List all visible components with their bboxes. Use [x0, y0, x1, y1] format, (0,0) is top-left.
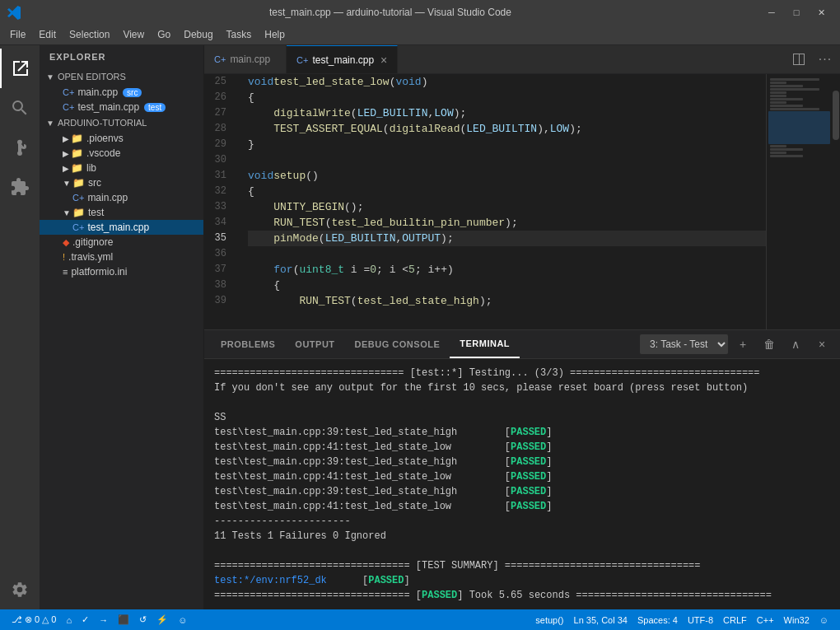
menu-view[interactable]: View: [116, 25, 151, 44]
line-26: 26: [204, 90, 233, 105]
project-section[interactable]: ▼ ARDUINO-TUTORIAL: [40, 114, 203, 131]
status-trash[interactable]: ⬛: [113, 609, 134, 630]
status-encoding[interactable]: UTF-8: [683, 615, 718, 625]
activity-settings[interactable]: [0, 570, 40, 609]
status-language[interactable]: C++: [752, 615, 779, 625]
menu-debug[interactable]: Debug: [177, 25, 219, 44]
tree-test[interactable]: ▼ 📁 test: [40, 205, 203, 220]
tree-vscode[interactable]: ▶ 📁 .vscode: [40, 146, 203, 161]
tree-travis[interactable]: ! .travis.yml: [40, 250, 203, 264]
cpp-icon: C+: [72, 193, 84, 203]
tab-problems[interactable]: PROBLEMS: [211, 330, 285, 358]
line-25: 25: [204, 74, 233, 90]
activity-extensions[interactable]: [0, 167, 40, 207]
code-line-26: {: [248, 90, 766, 105]
tab-test-main-cpp[interactable]: C+ test_main.cpp ×: [287, 45, 398, 73]
maximize-button[interactable]: □: [784, 0, 809, 25]
activity-source-control[interactable]: [0, 128, 40, 167]
tab-output[interactable]: OUTPUT: [285, 330, 344, 358]
project-label: ARDUINO-TUTORIAL: [58, 118, 147, 128]
tree-label-gitignore: .gitignore: [72, 236, 113, 248]
open-editor-main-cpp[interactable]: C+ main.cpp src: [40, 85, 203, 100]
terminal-content[interactable]: ================================ [test::…: [204, 359, 840, 609]
open-editors-chevron: ▼: [46, 72, 54, 82]
tree-gitignore[interactable]: ◆ .gitignore: [40, 235, 203, 250]
menu-go[interactable]: Go: [151, 25, 177, 44]
code-line-27: digitalWrite(LED_BUILTIN, LOW);: [248, 105, 766, 121]
status-smiley[interactable]: ☺: [814, 615, 833, 625]
status-function[interactable]: setup(): [530, 615, 568, 625]
terminal-line-8: test\test_main.cpp:41:test_led_state_low…: [214, 469, 830, 484]
line-28: 28: [204, 121, 233, 137]
terminal-line-15: test:*/env:nrf52_dk [PASSED]: [214, 573, 830, 588]
kill-terminal-button[interactable]: 🗑: [758, 333, 781, 356]
status-spaces[interactable]: Spaces: 4: [632, 615, 683, 625]
line-27: 27: [204, 105, 233, 121]
menubar: File Edit Selection View Go Debug Tasks …: [0, 25, 840, 45]
menu-file[interactable]: File: [3, 25, 32, 44]
close-button[interactable]: ✕: [809, 0, 833, 25]
editor-scroll-thumb[interactable]: [833, 91, 839, 140]
tab-debug-console[interactable]: DEBUG CONSOLE: [345, 330, 450, 358]
status-refresh[interactable]: ↺: [134, 609, 152, 630]
line-32: 32: [204, 184, 233, 199]
tree-main-cpp[interactable]: C+ main.cpp: [40, 190, 203, 205]
status-line-col[interactable]: Ln 35, Col 34: [569, 615, 632, 625]
menu-selection[interactable]: Selection: [63, 25, 116, 44]
tree-platformio[interactable]: ≡ platformio.ini: [40, 264, 203, 279]
line-39: 39: [204, 293, 233, 309]
code-line-35: pinMode(LED_BUILTIN, OUTPUT);: [248, 231, 766, 246]
tree-lib[interactable]: ▶ 📁 lib: [40, 161, 203, 175]
code-line-25: void test_led_state_low(void): [248, 74, 766, 90]
line-37: 37: [204, 262, 233, 278]
window-title: test_main.cpp — arduino-tutorial — Visua…: [21, 7, 759, 18]
maximize-panel-button[interactable]: ∧: [784, 333, 807, 356]
status-check[interactable]: ✓: [77, 609, 94, 630]
folder-icon-4: 📁: [72, 177, 85, 189]
menu-tasks[interactable]: Tasks: [220, 25, 259, 44]
split-editor-button[interactable]: [787, 48, 810, 71]
activity-explorer[interactable]: [0, 49, 40, 88]
code-content[interactable]: void test_led_state_low(void) { digitalW…: [241, 74, 766, 329]
tree-label-lib: lib: [86, 162, 96, 174]
editor-scrollbar[interactable]: [832, 74, 840, 329]
status-smile[interactable]: ☺: [173, 609, 192, 630]
code-editor[interactable]: 25 26 27 28 29 30 31 32 33 34 35 36 37 3…: [204, 74, 840, 329]
terminal-dropdown[interactable]: 3: Task - Test: [640, 334, 728, 354]
menu-help[interactable]: Help: [258, 25, 292, 44]
add-terminal-button[interactable]: +: [731, 333, 754, 356]
code-line-36: [248, 246, 766, 262]
cpp-icon-2: C+: [72, 222, 84, 232]
cpp-file-icon-2: C+: [63, 102, 74, 112]
code-line-32: {: [248, 184, 766, 199]
panel-actions: 3: Task - Test + 🗑 ∧ ×: [640, 333, 833, 356]
status-home[interactable]: ⌂: [61, 609, 77, 630]
close-panel-button[interactable]: ×: [810, 333, 833, 356]
line-38: 38: [204, 278, 233, 293]
window-controls: ─ □ ✕: [759, 0, 833, 25]
tree-label-vscode: .vscode: [86, 147, 120, 159]
status-platform[interactable]: Win32: [779, 615, 814, 625]
tab-main-cpp[interactable]: C+ main.cpp: [204, 45, 287, 73]
open-editors-section[interactable]: ▼ OPEN EDITORS: [40, 68, 203, 85]
tab-terminal[interactable]: TERMINAL: [450, 330, 520, 358]
code-line-38: {: [248, 278, 766, 293]
status-eol[interactable]: CRLF: [718, 615, 752, 625]
open-editor-test-main-cpp[interactable]: C+ test_main.cpp test: [40, 100, 203, 114]
tabs-bar: C+ main.cpp C+ test_main.cpp × ···: [204, 45, 840, 74]
status-fire[interactable]: ⚡: [152, 609, 173, 630]
statusbar: ⎇ ⊗ 0 △ 0 ⌂ ✓ → ⬛ ↺ ⚡ ☺ setup() Ln 35, C…: [0, 609, 840, 630]
status-git[interactable]: ⎇ ⊗ 0 △ 0: [7, 609, 61, 630]
tree-src[interactable]: ▼ 📁 src: [40, 175, 203, 190]
menu-edit[interactable]: Edit: [32, 25, 63, 44]
code-line-33: UNITY_BEGIN();: [248, 199, 766, 215]
minimize-button[interactable]: ─: [759, 0, 784, 25]
activity-search[interactable]: [0, 88, 40, 128]
tree-test-main-cpp[interactable]: C+ test_main.cpp: [40, 220, 203, 235]
tab-close-button[interactable]: ×: [380, 54, 387, 66]
status-arrow[interactable]: →: [94, 609, 113, 630]
tree-pioenvs[interactable]: ▶ 📁 .pioenvs: [40, 131, 203, 146]
tree-label-pioenvs: .pioenvs: [86, 133, 124, 144]
open-editors-label: OPEN EDITORS: [58, 72, 126, 82]
more-actions-button[interactable]: ···: [814, 48, 837, 71]
